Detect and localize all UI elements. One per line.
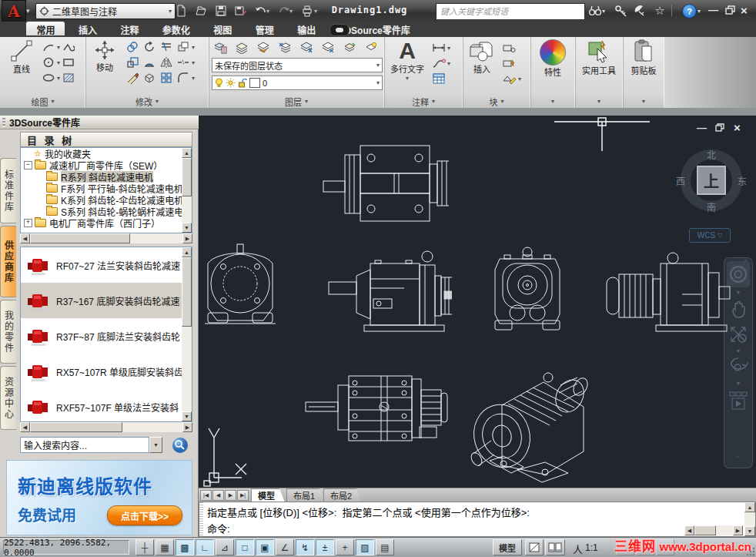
scroll-right-icon[interactable]: ▶ — [182, 422, 192, 432]
scroll-up-icon[interactable]: ▲ — [182, 247, 192, 257]
break-caret-icon[interactable]: ▾ — [192, 59, 195, 66]
cad-view-flange-front[interactable] — [202, 243, 279, 333]
cad-view-side[interactable] — [327, 248, 452, 333]
polyline-icon[interactable] — [60, 39, 77, 55]
tree-hscrollbar[interactable]: ◀ ▶ — [20, 233, 192, 243]
dyn-toggle[interactable]: ↯ — [296, 539, 314, 555]
offset-icon[interactable] — [141, 55, 158, 70]
command-hscrollbar[interactable]: ◀ ▶ — [684, 525, 743, 535]
lwt-toggle[interactable]: ± — [316, 539, 334, 555]
scroll-up-icon[interactable]: ▲ — [182, 148, 192, 158]
cad-view-isometric[interactable] — [468, 361, 591, 485]
close-button[interactable]: × — [741, 4, 748, 17]
grid-toggle[interactable]: ▦ — [156, 539, 174, 555]
cad-view-side-mirrored[interactable] — [605, 251, 732, 332]
sidetab-my-parts[interactable]: 我的零件 — [0, 300, 16, 364]
hatch-icon[interactable] — [60, 70, 77, 86]
pan-hand-button[interactable] — [724, 298, 752, 318]
tree-item-favorites[interactable]: ☆ 我的收藏夹 — [21, 148, 192, 159]
block-editor-caret-icon[interactable]: ▾ — [518, 75, 521, 82]
tree-item-s-series[interactable]: S系列 斜齿轮-蜗轮蜗杆减速电 — [21, 206, 192, 217]
navigation-bar[interactable]: × ▾ ▾ ▾ − — [724, 257, 753, 468]
dimension-icon[interactable] — [430, 40, 447, 55]
layer-state-dropdown[interactable]: 未保存的图层状态 ▾ — [212, 58, 383, 72]
array-stack-icon[interactable] — [175, 39, 192, 55]
help-search-box[interactable] — [436, 3, 585, 19]
part-item-r37[interactable]: R37~167 底脚安装斜齿轮减速 — [21, 283, 192, 318]
mtext-button[interactable]: A 多行文字 ▾ — [387, 39, 427, 93]
scroll-down-icon[interactable]: ▼ — [182, 411, 192, 421]
create-block-icon[interactable] — [501, 40, 518, 55]
leader-icon[interactable] — [430, 55, 447, 71]
polar-toggle[interactable]: ∟ — [196, 539, 214, 555]
parts-vscrollbar[interactable]: ▲ ▼ — [182, 247, 192, 421]
palette-title-bar[interactable]: 3DSource零件库 — [0, 116, 199, 129]
parts-list[interactable]: RF07~27 法兰安装斜齿轮减速 R37~167 底脚安装斜齿轮减速 R37F… — [20, 247, 192, 422]
properties-button[interactable]: 特性 — [533, 39, 573, 93]
ad-download-button[interactable]: 点击下载>> — [107, 505, 182, 525]
ducs-toggle[interactable]: ∠ — [276, 539, 294, 555]
new-file-button[interactable] — [172, 3, 189, 18]
tree-item-motor-library[interactable]: + 电机厂商零件库（西门子） — [21, 217, 192, 229]
layer-lock-icon[interactable] — [319, 40, 336, 55]
restore-button[interactable] — [725, 5, 735, 15]
sidetab-standard-parts[interactable]: 标准件库 — [0, 158, 16, 223]
tab-view[interactable]: 视图 — [203, 22, 242, 35]
next-layout-button[interactable]: ▶ — [225, 490, 236, 501]
scroll-up-icon[interactable]: ▲ — [744, 502, 755, 512]
tab-model[interactable]: 模型 — [251, 488, 285, 502]
annotation-person-icon[interactable]: 人 — [573, 542, 583, 556]
tab-manage[interactable]: 管理 — [246, 22, 284, 35]
panel-layers-footer[interactable]: 图层 ▾ — [209, 95, 384, 108]
cad-view-top-section[interactable] — [304, 367, 449, 448]
dimension-caret-icon[interactable]: ▾ — [447, 45, 450, 52]
sc-toggle[interactable]: ▤ — [376, 539, 394, 555]
ortho-toggle[interactable]: ▩ — [176, 539, 194, 555]
search-magnifier-button[interactable] — [171, 436, 189, 455]
move-button[interactable]: 移动 — [87, 39, 122, 93]
panel-utilities-footer[interactable]: ▾ — [575, 95, 623, 108]
array-caret-icon[interactable]: ▾ — [192, 44, 195, 51]
cad-view-top[interactable] — [322, 141, 449, 226]
block-editor-icon[interactable] — [501, 71, 518, 86]
orbit-caret-icon[interactable]: ▾ — [724, 380, 752, 387]
block-attribute-icon[interactable] — [501, 55, 518, 71]
viewcube[interactable]: 北 南 西 东 上 — [674, 143, 748, 217]
doc-restore-button[interactable] — [715, 123, 724, 132]
scroll-left-icon[interactable]: ◀ — [684, 525, 694, 535]
catalog-tree[interactable]: ☆ 我的收藏夹 − 减速机厂商零件库（SEW） R系列 斜齿轮减速电机 F系列 … — [20, 147, 192, 233]
panel-annotate-footer[interactable]: 注释 ▾ — [384, 95, 463, 108]
command-line-window[interactable]: 指定基点或 [位移(D)] <位移>: 指定第二个点或 <使用第一个点作为位移>… — [199, 502, 756, 537]
panel-draw-footer[interactable]: 绘图 ▾ — [0, 95, 85, 108]
tree-item-gearbox-library[interactable]: − 减速机厂商零件库（SEW） — [21, 159, 192, 171]
scale-icon[interactable] — [124, 55, 141, 70]
help-icon[interactable]: ? — [682, 4, 697, 18]
scroll-left-icon[interactable]: ◀ — [20, 422, 30, 432]
arc-icon[interactable] — [40, 39, 57, 55]
tree-vscrollbar[interactable]: ▲ ▼ — [182, 148, 192, 233]
cloud-badge-icon[interactable] — [329, 24, 350, 36]
ellipse-icon[interactable] — [40, 70, 57, 86]
scroll-right-icon[interactable]: ▶ — [182, 233, 192, 243]
undo-caret-icon[interactable]: ▾ — [266, 8, 269, 15]
favorites-star-icon[interactable]: ☆ — [651, 3, 668, 18]
doc-close-button[interactable]: × — [734, 121, 741, 134]
tab-layout2[interactable]: 布局2 — [323, 488, 362, 502]
satellite-icon[interactable] — [631, 3, 648, 18]
tree-item-f-series[interactable]: F系列 平行轴-斜齿轮减速电机 — [21, 183, 192, 194]
fillet-icon[interactable] — [175, 70, 192, 86]
qp-toggle[interactable]: ▨ — [356, 539, 374, 555]
parts-hscrollbar[interactable]: ◀ ▶ — [20, 422, 192, 432]
scroll-right-icon[interactable]: ▶ — [733, 525, 743, 535]
search-caret-icon[interactable]: ▾ — [602, 8, 605, 15]
part-item-r37f[interactable]: R37F~87 底脚法兰安装斜齿轮 — [21, 318, 192, 354]
mirror-icon[interactable] — [158, 55, 175, 70]
trim-icon[interactable] — [158, 39, 175, 55]
viewcube-north[interactable]: 北 — [707, 148, 716, 161]
part-item-rx57[interactable]: RX57~107R 单级底脚安装斜齿 — [21, 354, 192, 389]
layer-dropdown[interactable]: 0 ▾ — [212, 75, 383, 90]
layer-walk-icon[interactable] — [363, 40, 380, 55]
utilities-button[interactable]: 实用工具 — [579, 39, 619, 93]
save-button[interactable] — [212, 3, 229, 18]
expand-icon[interactable]: + — [24, 219, 32, 227]
